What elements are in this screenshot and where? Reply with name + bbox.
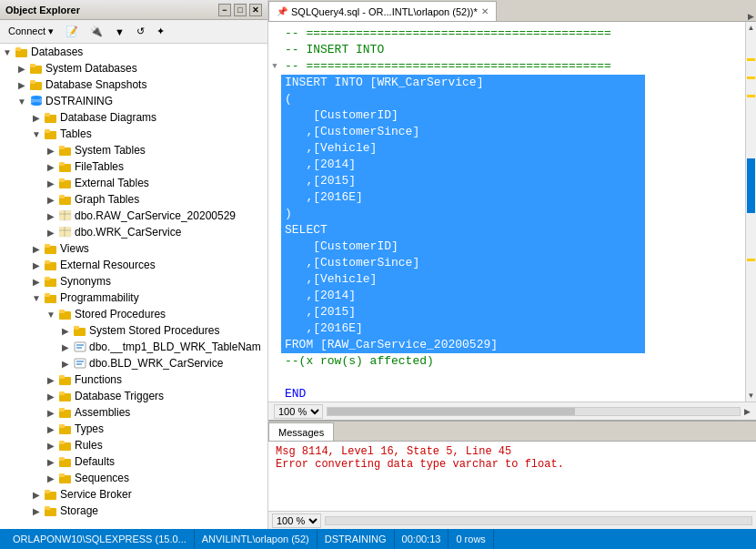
expander-db-triggers[interactable]: ▶ bbox=[44, 389, 58, 403]
settings-btn[interactable]: ✦ bbox=[152, 24, 169, 39]
messages-hscroll[interactable] bbox=[325, 516, 752, 525]
tree-item-db-snapshots[interactable]: ▶Database Snapshots bbox=[0, 76, 267, 93]
expander-external-resources[interactable]: ▶ bbox=[29, 258, 44, 272]
tree-item-file-tables[interactable]: ▶FileTables bbox=[0, 158, 267, 175]
scroll-marker bbox=[747, 76, 755, 79]
code-line-16: ,[2014] bbox=[268, 288, 745, 304]
right-scrollbar[interactable]: ▲ ▼ bbox=[745, 22, 756, 402]
tree-item-service-broker[interactable]: ▶Service Broker bbox=[0, 486, 267, 503]
status-user: ANVILINTL\orlapon (52) bbox=[195, 529, 318, 549]
line-content-13: [CustomerID] bbox=[281, 239, 645, 255]
collapse-2[interactable]: ▼ bbox=[268, 58, 281, 75]
expander-databases[interactable]: ▼ bbox=[0, 45, 15, 59]
tree-item-databases[interactable]: ▼Databases bbox=[0, 44, 267, 60]
expander-assemblies[interactable]: ▶ bbox=[44, 405, 58, 420]
expander-sequences[interactable]: ▶ bbox=[44, 471, 58, 485]
oe-float-btn[interactable]: □ bbox=[234, 4, 247, 16]
tree-item-system-tables[interactable]: ▶System Tables bbox=[0, 142, 267, 158]
expander-external-tables[interactable]: ▶ bbox=[44, 176, 58, 190]
expander-tables[interactable]: ▼ bbox=[29, 127, 44, 141]
expander-wrk-carservice[interactable]: ▶ bbox=[44, 225, 58, 239]
tree-item-tmp1-bld[interactable]: ▶dbo.__tmp1_BLD_WRK_TableNam bbox=[0, 339, 267, 355]
tree-item-wrk-carservice[interactable]: ▶dbo.WRK_CarService bbox=[0, 224, 267, 240]
oe-close-btn[interactable]: ✕ bbox=[249, 4, 262, 16]
zoom-select[interactable]: 100 % 75 % 125 % bbox=[274, 404, 323, 419]
label-tables: Tables bbox=[60, 127, 92, 140]
tree-item-system-dbs[interactable]: ▶System Databases bbox=[0, 60, 267, 76]
expander-programmability[interactable]: ▼ bbox=[29, 290, 44, 305]
expander-functions[interactable]: ▶ bbox=[44, 372, 58, 387]
code-line-3: INSERT INTO [WRK_CarService] bbox=[268, 75, 745, 91]
h-scrollbar-thumb[interactable] bbox=[328, 408, 575, 415]
tree-item-db-diagrams[interactable]: ▶Database Diagrams bbox=[0, 109, 267, 126]
icon-db-snapshots bbox=[29, 77, 44, 92]
expander-system-dbs[interactable]: ▶ bbox=[15, 61, 29, 76]
label-tmp1-bld: dbo.__tmp1_BLD_WRK_TableNam bbox=[89, 341, 261, 353]
expander-tmp1-bld[interactable]: ▶ bbox=[58, 340, 73, 354]
expander-bld-wrk[interactable]: ▶ bbox=[58, 356, 73, 371]
connect-button[interactable]: Connect ▾ bbox=[4, 24, 58, 39]
tree-item-db-triggers[interactable]: ▶Database Triggers bbox=[0, 388, 267, 404]
filter2-btn[interactable]: ▼ bbox=[110, 25, 129, 39]
icon-external-resources bbox=[44, 258, 58, 272]
filter-btn[interactable]: 🔌 bbox=[86, 24, 107, 39]
expander-graph-tables[interactable]: ▶ bbox=[44, 192, 58, 207]
icon-defaults bbox=[58, 454, 73, 469]
tree-item-graph-tables[interactable]: ▶Graph Tables bbox=[0, 191, 267, 208]
expander-raw-carservice[interactable]: ▶ bbox=[44, 208, 58, 223]
expander-synonyms[interactable]: ▶ bbox=[29, 274, 44, 289]
code-line-1: -- INSERT INTO bbox=[268, 42, 745, 58]
tree-item-bld-wrk[interactable]: ▶dbo.BLD_WRK_CarService bbox=[0, 355, 267, 371]
tree-item-sequences[interactable]: ▶Sequences bbox=[0, 470, 267, 486]
new-query-btn[interactable]: 📝 bbox=[61, 24, 83, 39]
tree-item-tables[interactable]: ▼Tables bbox=[0, 126, 267, 142]
tree-item-external-resources[interactable]: ▶External Resources bbox=[0, 257, 267, 273]
expander-dstraining[interactable]: ▼ bbox=[15, 94, 29, 108]
tree-item-storage[interactable]: ▶Storage bbox=[0, 503, 267, 519]
expander-system-tables[interactable]: ▶ bbox=[44, 143, 58, 158]
code-line-18: ,[2016E] bbox=[268, 320, 745, 337]
expander-defaults[interactable]: ▶ bbox=[44, 454, 58, 469]
tree-item-views[interactable]: ▶Views bbox=[0, 240, 267, 257]
tree-item-stored-procs[interactable]: ▼Stored Procedures bbox=[0, 306, 267, 322]
tree-item-synonyms[interactable]: ▶Synonyms bbox=[0, 273, 267, 290]
tree-item-functions[interactable]: ▶Functions bbox=[0, 371, 267, 388]
line-content-4: ( bbox=[281, 91, 645, 107]
tree-item-external-tables[interactable]: ▶External Tables bbox=[0, 175, 267, 191]
messages-zoom[interactable]: 100 % bbox=[272, 513, 321, 528]
code-editor[interactable]: -- =====================================… bbox=[268, 22, 745, 402]
status-server: ORLAPONW10\SQLEXPRESS (15.0... bbox=[5, 529, 195, 549]
expander-file-tables[interactable]: ▶ bbox=[44, 159, 58, 174]
expander-db-diagrams[interactable]: ▶ bbox=[29, 110, 44, 125]
scroll-down-btn[interactable]: ▼ bbox=[746, 390, 756, 402]
tree-item-assemblies[interactable]: ▶Assemblies bbox=[0, 404, 267, 421]
label-assemblies: Assemblies bbox=[75, 406, 130, 419]
oe-pin-btn[interactable]: − bbox=[218, 4, 231, 16]
expander-service-broker[interactable]: ▶ bbox=[29, 487, 44, 502]
tree-item-types[interactable]: ▶Types bbox=[0, 421, 267, 437]
refresh-btn[interactable]: ↺ bbox=[132, 24, 149, 39]
expander-sys-stored-procs[interactable]: ▶ bbox=[58, 323, 73, 338]
tree-item-sys-stored-procs[interactable]: ▶System Stored Procedures bbox=[0, 322, 267, 339]
h-scrollbar[interactable] bbox=[327, 407, 741, 416]
tree-item-defaults[interactable]: ▶Defaults bbox=[0, 453, 267, 470]
messages-tab[interactable]: Messages bbox=[268, 422, 334, 441]
expander-db-snapshots[interactable]: ▶ bbox=[15, 77, 29, 92]
expander-storage[interactable]: ▶ bbox=[29, 503, 44, 518]
tree-item-dstraining[interactable]: ▼DSTRAINING bbox=[0, 93, 267, 109]
scroll-up-btn[interactable]: ▲ bbox=[746, 22, 756, 34]
tree-item-raw-carservice[interactable]: ▶dbo.RAW_CarService_20200529 bbox=[0, 208, 267, 224]
tree-item-rules[interactable]: ▶Rules bbox=[0, 437, 267, 453]
tree-item-programmability[interactable]: ▼Programmability bbox=[0, 290, 267, 306]
expander-views[interactable]: ▶ bbox=[29, 241, 44, 256]
scroll-right-btn[interactable]: ▶ bbox=[744, 407, 751, 416]
tab-scroll-right[interactable]: ▶ bbox=[745, 12, 756, 21]
expander-types[interactable]: ▶ bbox=[44, 422, 58, 436]
code-line-11: ) bbox=[268, 206, 745, 222]
expander-stored-procs[interactable]: ▼ bbox=[44, 307, 58, 321]
svg-rect-14 bbox=[59, 146, 65, 149]
icon-programmability bbox=[44, 290, 58, 305]
sql-tab[interactable]: 📌 SQLQuery4.sql - OR...INTL\orlapon (52)… bbox=[268, 1, 497, 21]
tab-close-btn[interactable]: ✕ bbox=[481, 6, 489, 16]
expander-rules[interactable]: ▶ bbox=[44, 438, 58, 452]
